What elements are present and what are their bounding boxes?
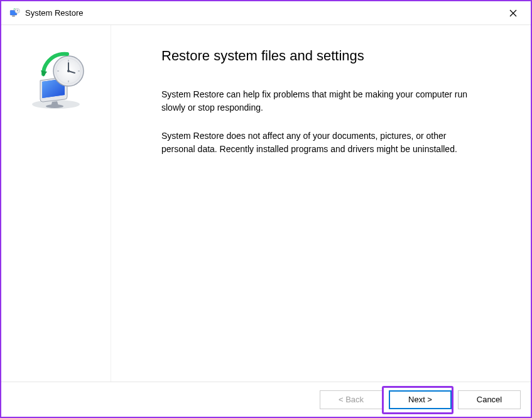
close-button[interactable] bbox=[501, 4, 526, 22]
system-restore-window: System Restore bbox=[0, 0, 532, 418]
system-restore-icon bbox=[9, 8, 20, 19]
titlebar: System Restore bbox=[1, 1, 531, 25]
svg-point-8 bbox=[46, 104, 63, 108]
next-button[interactable]: Next > bbox=[389, 390, 452, 409]
back-button: < Back bbox=[320, 390, 383, 409]
svg-rect-1 bbox=[12, 15, 15, 16]
footer: < Back Next > Cancel bbox=[1, 382, 531, 417]
body-area: Restore system files and settings System… bbox=[1, 25, 531, 382]
intro-paragraph-1: System Restore can help fix problems tha… bbox=[161, 88, 469, 114]
window-title: System Restore bbox=[25, 8, 83, 18]
content-area: Restore system files and settings System… bbox=[111, 25, 531, 382]
page-heading: Restore system files and settings bbox=[161, 48, 493, 64]
intro-paragraph-2: System Restore does not affect any of yo… bbox=[161, 129, 469, 156]
close-icon bbox=[509, 9, 517, 17]
sidebar bbox=[1, 25, 111, 382]
system-restore-large-icon bbox=[24, 49, 87, 112]
cancel-button[interactable]: Cancel bbox=[458, 390, 521, 409]
